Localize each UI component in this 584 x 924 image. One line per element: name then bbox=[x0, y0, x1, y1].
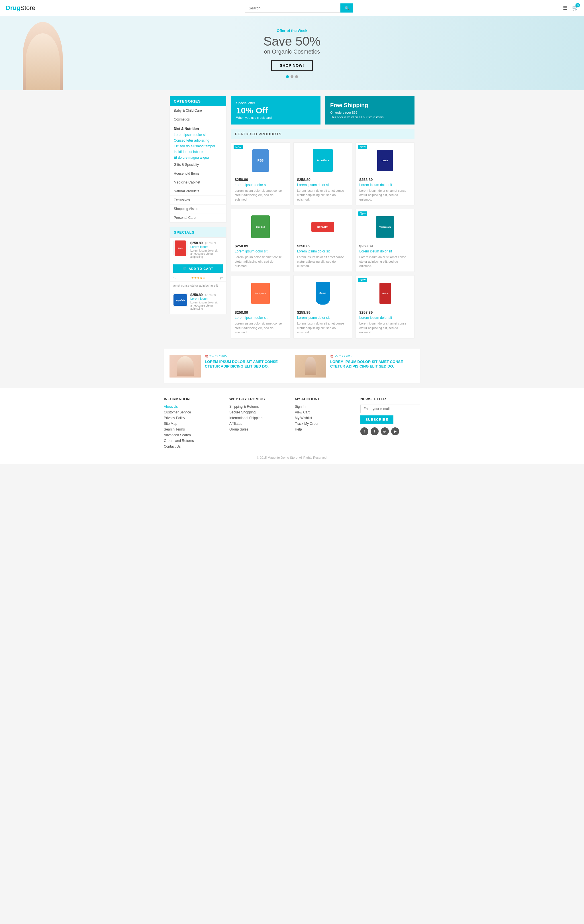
footer-link-group-sales[interactable]: Group Sales bbox=[229, 427, 289, 431]
menu-button[interactable]: ☰ bbox=[563, 5, 568, 11]
sidebar-item-gifts[interactable]: Gifts & Specialty bbox=[170, 160, 226, 169]
product-img-2: Check bbox=[359, 146, 411, 175]
product-card-1: AccuFlora $258.89 Lorem ipsum dolor sit … bbox=[294, 142, 352, 205]
newsletter-email-input[interactable] bbox=[360, 404, 420, 413]
hero-banner: Offer of the Week Save 50% on Organic Co… bbox=[0, 16, 584, 90]
hero-offer-label: Offer of the Week bbox=[264, 28, 321, 33]
hero-dot-3[interactable] bbox=[295, 75, 298, 78]
sidebar-diet-link-2[interactable]: Elit sed do eiusmod tempor bbox=[170, 143, 226, 149]
product-name-0[interactable]: Lorem ipsum dolor sit bbox=[235, 183, 286, 187]
blog-item-1: ⏰ 25 / 12 / 2015 LOREM IPSUM DOLOR SIT A… bbox=[295, 355, 414, 378]
footer-link-help[interactable]: Help bbox=[295, 427, 355, 431]
footer-link-sign-in[interactable]: Sign In bbox=[295, 404, 355, 409]
footer-link-privacy-policy[interactable]: Privacy Policy bbox=[164, 416, 224, 420]
sidebar-item-shopping[interactable]: Shopping Aisles bbox=[170, 205, 226, 213]
footer-link-about-us[interactable]: About Us bbox=[164, 404, 224, 409]
special-item-0-name-link[interactable]: Lorem ipsum bbox=[190, 245, 208, 248]
hero-dot-2[interactable] bbox=[290, 75, 294, 78]
cart-button[interactable]: 🛒 0 bbox=[572, 5, 578, 11]
header: DrugStore 🔍 ☰ 🛒 0 bbox=[0, 0, 584, 16]
footer-link-advanced-search[interactable]: Advanced Search bbox=[164, 433, 224, 437]
footer-link-view-cart[interactable]: View Cart bbox=[295, 410, 355, 414]
sidebar-item-exclusives[interactable]: Exclusives bbox=[170, 196, 226, 205]
product-name-5[interactable]: Lorem ipsum dolor sit bbox=[359, 249, 411, 253]
footer-link-shipping-returns[interactable]: Shipping & Returns bbox=[229, 404, 289, 409]
sidebar-specials: SPECIALS Afrin $258.89 $278.89 Lorem ips… bbox=[170, 227, 226, 314]
add-to-cart-button-0[interactable]: 🛒 ADD TO CART bbox=[173, 264, 223, 273]
shop-now-button[interactable]: SHOP NOW! bbox=[271, 60, 312, 71]
footer-link-affiliates[interactable]: Affiliates bbox=[229, 422, 289, 426]
cart-badge: 0 bbox=[576, 3, 580, 7]
product-badge-8: New bbox=[358, 278, 367, 282]
sidebar-categories: CATEGORIES Baby & Child Care Cosmetics D… bbox=[170, 96, 226, 223]
social-facebook-icon[interactable]: f bbox=[360, 427, 368, 436]
footer-link-search-terms[interactable]: Search Terms bbox=[164, 427, 224, 431]
footer-copyright: © 2015 Magento Demo Store. All Rights Re… bbox=[164, 450, 420, 459]
footer-link-wishlist[interactable]: My Wishlist bbox=[295, 416, 355, 420]
product-img-3: Boy Girl bbox=[235, 213, 286, 241]
product-desc-2: Lorem ipsum dolor sit amet conse ctetur … bbox=[359, 189, 411, 202]
share-icon-0[interactable]: ⇄ bbox=[220, 276, 223, 280]
footer-link-customer-service[interactable]: Customer Service bbox=[164, 410, 224, 414]
sidebar-item-personal[interactable]: Personal Care bbox=[170, 213, 226, 222]
hero-dot-1[interactable] bbox=[286, 75, 289, 78]
clock-icon-0: ⏰ bbox=[205, 355, 208, 358]
footer-link-international-shipping[interactable]: International Shipping bbox=[229, 416, 289, 420]
social-twitter-icon[interactable]: t bbox=[371, 427, 379, 436]
special-item-1-desc: Lorem ipsum dolor sit amet conse ctetur … bbox=[190, 301, 223, 310]
product-card-7: Sama $258.89 Lorem ipsum dolor sit Lorem… bbox=[294, 275, 352, 338]
hero-content: Offer of the Week Save 50% on Organic Co… bbox=[258, 20, 327, 86]
sidebar-diet-link-0[interactable]: Lorem ipsum dolor sit bbox=[170, 132, 226, 138]
footer-link-secure-shopping[interactable]: Secure Shopping bbox=[229, 410, 289, 414]
hero-image bbox=[23, 22, 63, 90]
blog-title-0[interactable]: LOREM IPSUM DOLOR SIT AMET CONSE CTETUR … bbox=[205, 360, 289, 369]
footer-why-buy: WHY BUY FROM US Shipping & Returns Secur… bbox=[229, 397, 289, 450]
product-card-5: New Vanicream $258.89 Lorem ipsum dolor … bbox=[356, 209, 414, 272]
product-price-0: $258.89 bbox=[235, 178, 286, 182]
sidebar-item-cosmetics[interactable]: Cosmetics bbox=[170, 115, 226, 124]
sidebar-categories-header: CATEGORIES bbox=[170, 96, 226, 106]
footer-link-orders-returns[interactable]: Orders and Returns bbox=[164, 439, 224, 443]
product-desc-0: Lorem ipsum dolor sit amet conse ctetur … bbox=[235, 189, 286, 202]
sidebar-diet-link-1[interactable]: Consec tetur adipiscing bbox=[170, 138, 226, 143]
product-name-3[interactable]: Lorem ipsum dolor sit bbox=[235, 249, 286, 253]
footer-information-title: INFORMATION bbox=[164, 397, 224, 401]
special-item-0: Afrin $258.89 $278.89 Lorem ipsum Lorem … bbox=[170, 238, 226, 262]
sidebar-item-natural[interactable]: Natural Products bbox=[170, 187, 226, 196]
sidebar-diet-link-3[interactable]: Incididunt ut labore bbox=[170, 149, 226, 155]
blog-item-1-content: ⏰ 25 / 12 / 2015 LOREM IPSUM DOLOR SIT A… bbox=[330, 355, 414, 378]
product-name-8[interactable]: Lorem ipsum dolor sit bbox=[359, 316, 411, 320]
search-button[interactable]: 🔍 bbox=[340, 3, 353, 13]
social-googleplus-icon[interactable]: g+ bbox=[381, 427, 389, 436]
footer-link-track-order[interactable]: Track My Order bbox=[295, 422, 355, 426]
footer-link-site-map[interactable]: Site Map bbox=[164, 422, 224, 426]
search-input[interactable] bbox=[245, 4, 340, 13]
product-desc-8: Lorem ipsum dolor sit amet conse ctetur … bbox=[359, 322, 411, 335]
product-name-1[interactable]: Lorem ipsum dolor sit bbox=[297, 183, 349, 187]
rating-0: ★★★★☆ bbox=[191, 276, 205, 280]
product-desc-3: Lorem ipsum dolor sit amet conse ctetur … bbox=[235, 255, 286, 268]
social-youtube-icon[interactable]: ▶ bbox=[391, 427, 399, 436]
product-name-7[interactable]: Lorem ipsum dolor sit bbox=[297, 316, 349, 320]
product-price-6: $258.89 bbox=[235, 310, 286, 315]
footer-link-contact-us[interactable]: Contact Us bbox=[164, 444, 224, 449]
sidebar-item-household[interactable]: Household Items bbox=[170, 169, 226, 178]
product-desc-7: Lorem ipsum dolor sit amet conse ctetur … bbox=[297, 322, 349, 335]
special-item-0-price: $258.89 $278.89 bbox=[190, 241, 223, 245]
blog-img-1 bbox=[295, 355, 326, 378]
product-desc-4: Lorem ipsum dolor sit amet conse ctetur … bbox=[297, 255, 349, 268]
product-price-3: $258.89 bbox=[235, 244, 286, 248]
sidebar-item-baby-child-care[interactable]: Baby & Child Care bbox=[170, 106, 226, 115]
special-item-1-name-link[interactable]: Lorem ipsum bbox=[190, 297, 208, 300]
sidebar-item-medicine[interactable]: Medicine Cabinet bbox=[170, 178, 226, 187]
special-item-0-extra-desc: amet conse ctetur adipiscing elit bbox=[170, 281, 226, 289]
blog-title-1[interactable]: LOREM IPSUM DOLOR SIT AMET CONSE CTETUR … bbox=[330, 360, 414, 369]
subscribe-button[interactable]: SUBSCRIBE bbox=[360, 416, 393, 424]
product-name-2[interactable]: Lorem ipsum dolor sit bbox=[359, 183, 411, 187]
sidebar-diet-link-4[interactable]: Et dolore magna aliqua bbox=[170, 155, 226, 160]
special-item-0-desc: Lorem ipsum dolor sit amet conse ctetur … bbox=[190, 249, 223, 258]
hero-title: Save 50% bbox=[264, 35, 321, 48]
product-name-6[interactable]: Lorem ipsum dolor sit bbox=[235, 316, 286, 320]
product-name-4[interactable]: Lorem ipsum dolor sit bbox=[297, 249, 349, 253]
wishlist-icon-0[interactable]: ♡ bbox=[173, 276, 177, 280]
